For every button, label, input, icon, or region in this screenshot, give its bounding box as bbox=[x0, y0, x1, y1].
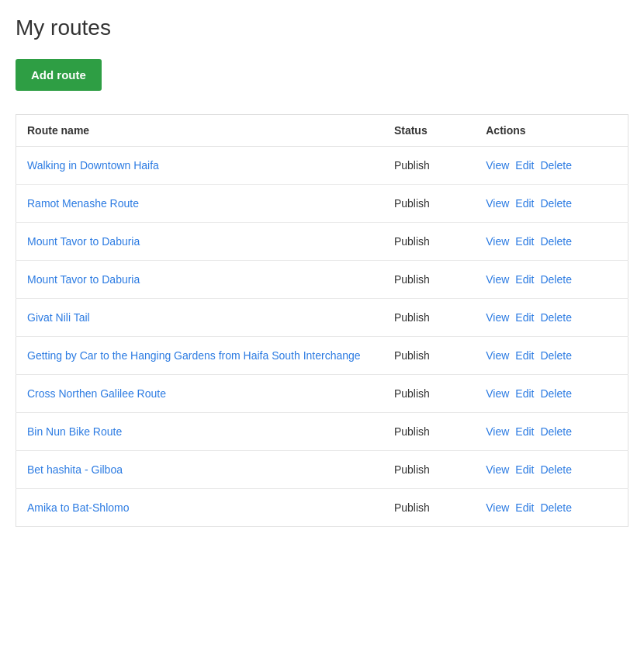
route-name-link-8[interactable]: Bin Nun Bike Route bbox=[27, 425, 122, 438]
route-delete-link-6[interactable]: Delete bbox=[540, 349, 571, 362]
table-row: Walking in Downtown HaifaPublishViewEdit… bbox=[16, 147, 628, 185]
route-actions-3: ViewEditDelete bbox=[475, 223, 628, 261]
route-status-3: Publish bbox=[383, 223, 475, 261]
table-row: Cross Northen Galilee RoutePublishViewEd… bbox=[16, 375, 628, 413]
route-edit-link-9[interactable]: Edit bbox=[515, 463, 534, 476]
route-view-link-4[interactable]: View bbox=[486, 273, 509, 286]
route-name-link-4[interactable]: Mount Tavor to Daburia bbox=[27, 273, 140, 286]
route-edit-link-7[interactable]: Edit bbox=[515, 387, 534, 400]
route-delete-link-5[interactable]: Delete bbox=[540, 311, 571, 324]
route-delete-link-2[interactable]: Delete bbox=[540, 197, 571, 210]
table-header-row: Route name Status Actions bbox=[16, 115, 628, 147]
route-name-link-3[interactable]: Mount Tavor to Daburia bbox=[27, 235, 140, 248]
route-name-link-2[interactable]: Ramot Menashe Route bbox=[27, 197, 139, 210]
column-header-actions: Actions bbox=[475, 115, 628, 147]
route-status-2: Publish bbox=[383, 185, 475, 223]
table-row: Mount Tavor to DaburiaPublishViewEditDel… bbox=[16, 223, 628, 261]
route-view-link-9[interactable]: View bbox=[486, 463, 509, 476]
route-view-link-10[interactable]: View bbox=[486, 501, 509, 514]
route-actions-8: ViewEditDelete bbox=[475, 413, 628, 451]
route-view-link-5[interactable]: View bbox=[486, 311, 509, 324]
route-status-10: Publish bbox=[383, 489, 475, 527]
route-edit-link-3[interactable]: Edit bbox=[515, 235, 534, 248]
table-row: Getting by Car to the Hanging Gardens fr… bbox=[16, 337, 628, 375]
route-actions-10: ViewEditDelete bbox=[475, 489, 628, 527]
table-row: Mount Tavor to DaburiaPublishViewEditDel… bbox=[16, 261, 628, 299]
route-status-9: Publish bbox=[383, 451, 475, 489]
route-name-link-5[interactable]: Givat Nili Tail bbox=[27, 311, 90, 324]
route-name-link-9[interactable]: Bet hashita - Gilboa bbox=[27, 463, 123, 476]
route-edit-link-1[interactable]: Edit bbox=[515, 159, 534, 172]
route-actions-6: ViewEditDelete bbox=[475, 337, 628, 375]
route-name-link-6[interactable]: Getting by Car to the Hanging Gardens fr… bbox=[27, 349, 361, 362]
column-header-status: Status bbox=[383, 115, 475, 147]
table-row: Ramot Menashe RoutePublishViewEditDelete bbox=[16, 185, 628, 223]
route-actions-1: ViewEditDelete bbox=[475, 147, 628, 185]
route-delete-link-10[interactable]: Delete bbox=[540, 501, 571, 514]
route-name-link-7[interactable]: Cross Northen Galilee Route bbox=[27, 387, 166, 400]
add-route-button[interactable]: Add route bbox=[16, 59, 102, 91]
route-delete-link-3[interactable]: Delete bbox=[540, 235, 571, 248]
route-actions-9: ViewEditDelete bbox=[475, 451, 628, 489]
route-delete-link-1[interactable]: Delete bbox=[540, 159, 571, 172]
route-name-link-10[interactable]: Amika to Bat-Shlomo bbox=[27, 501, 130, 514]
route-edit-link-4[interactable]: Edit bbox=[515, 273, 534, 286]
route-edit-link-2[interactable]: Edit bbox=[515, 197, 534, 210]
route-edit-link-8[interactable]: Edit bbox=[515, 425, 534, 438]
route-view-link-2[interactable]: View bbox=[486, 197, 509, 210]
route-name-link-1[interactable]: Walking in Downtown Haifa bbox=[27, 159, 159, 172]
route-status-8: Publish bbox=[383, 413, 475, 451]
route-status-4: Publish bbox=[383, 261, 475, 299]
route-status-5: Publish bbox=[383, 299, 475, 337]
route-delete-link-9[interactable]: Delete bbox=[540, 463, 571, 476]
route-delete-link-8[interactable]: Delete bbox=[540, 425, 571, 438]
route-view-link-3[interactable]: View bbox=[486, 235, 509, 248]
table-row: Bet hashita - GilboaPublishViewEditDelet… bbox=[16, 451, 628, 489]
route-view-link-8[interactable]: View bbox=[486, 425, 509, 438]
route-view-link-1[interactable]: View bbox=[486, 159, 509, 172]
column-header-name: Route name bbox=[16, 115, 383, 147]
route-edit-link-5[interactable]: Edit bbox=[515, 311, 534, 324]
table-row: Givat Nili TailPublishViewEditDelete bbox=[16, 299, 628, 337]
route-delete-link-7[interactable]: Delete bbox=[540, 387, 571, 400]
route-delete-link-4[interactable]: Delete bbox=[540, 273, 571, 286]
route-status-1: Publish bbox=[383, 147, 475, 185]
route-actions-7: ViewEditDelete bbox=[475, 375, 628, 413]
route-view-link-7[interactable]: View bbox=[486, 387, 509, 400]
route-edit-link-10[interactable]: Edit bbox=[515, 501, 534, 514]
route-actions-4: ViewEditDelete bbox=[475, 261, 628, 299]
route-actions-5: ViewEditDelete bbox=[475, 299, 628, 337]
route-status-6: Publish bbox=[383, 337, 475, 375]
route-edit-link-6[interactable]: Edit bbox=[515, 349, 534, 362]
table-row: Bin Nun Bike RoutePublishViewEditDelete bbox=[16, 413, 628, 451]
page-title: My routes bbox=[16, 16, 628, 40]
routes-table: Route name Status Actions Walking in Dow… bbox=[16, 114, 628, 527]
route-view-link-6[interactable]: View bbox=[486, 349, 509, 362]
route-status-7: Publish bbox=[383, 375, 475, 413]
table-row: Amika to Bat-ShlomoPublishViewEditDelete bbox=[16, 489, 628, 527]
route-actions-2: ViewEditDelete bbox=[475, 185, 628, 223]
